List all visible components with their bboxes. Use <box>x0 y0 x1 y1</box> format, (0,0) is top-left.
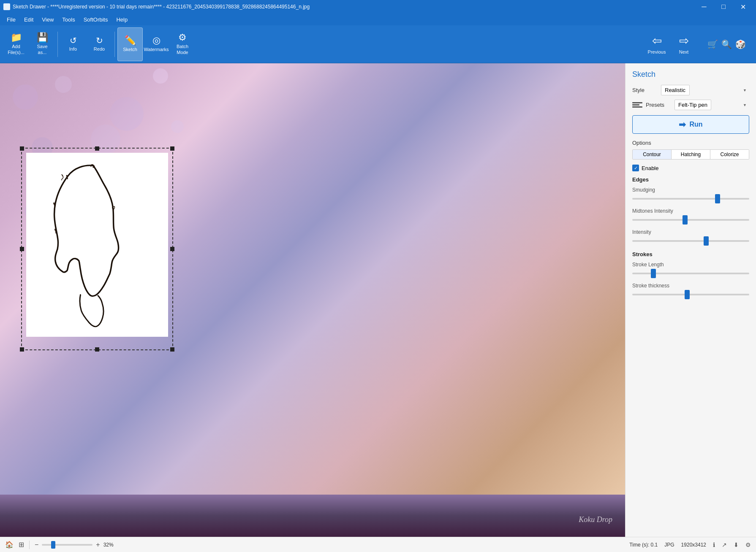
style-row: Style Realistic <box>632 85 749 95</box>
stroke-thickness-label: Stroke thickness <box>632 283 749 289</box>
main-content: Koku Drop Sketch Style Realistic Presets… <box>0 63 756 537</box>
tab-colorize[interactable]: Colorize <box>710 150 749 159</box>
menu-file[interactable]: File <box>3 16 19 24</box>
enable-row: ✓ Enable <box>632 165 749 171</box>
intensity-slider[interactable] <box>632 237 749 245</box>
app-icon <box>3 3 10 10</box>
menu-help[interactable]: Help <box>113 16 131 24</box>
smudging-label: Smudging <box>632 187 749 193</box>
settings-icon[interactable]: ⚙ <box>745 541 751 548</box>
info-icon[interactable]: ℹ <box>713 541 715 548</box>
next-label: Next <box>679 49 689 54</box>
panel-title: Sketch <box>632 70 749 79</box>
smudging-slider[interactable] <box>632 195 749 203</box>
undo-icon: ↺ <box>70 36 77 45</box>
watermarks-button[interactable]: ◎ Watermarks <box>144 27 169 61</box>
handle-mr[interactable] <box>170 247 174 251</box>
add-file-button[interactable]: 📁 AddFile(s)... <box>3 27 29 61</box>
menu-softorbits[interactable]: SoftOrbits <box>80 16 111 24</box>
handle-tm[interactable] <box>95 146 99 151</box>
menu-bar: File Edit View Tools SoftOrbits Help <box>0 14 756 25</box>
smudging-thumb[interactable] <box>715 194 720 203</box>
status-bar: 🏠 ⊞ − + 32% Time (s): 0.1 JPG 1920x3412 … <box>0 537 756 552</box>
minimize-button[interactable]: ─ <box>694 0 714 14</box>
window-title: Sketch Drawer - ****Unregistered version… <box>13 4 310 10</box>
status-home-icon[interactable]: 🏠 <box>5 541 14 549</box>
handle-br[interactable] <box>170 347 174 352</box>
intensity-thumb[interactable] <box>704 236 709 246</box>
presets-row: Presets Felt-Tip pen <box>632 100 749 110</box>
format-label: JPG <box>664 542 674 548</box>
maximize-button[interactable]: □ <box>714 0 733 14</box>
canvas-area[interactable]: Koku Drop <box>0 63 625 537</box>
handle-ml[interactable] <box>20 247 24 251</box>
selection-box[interactable] <box>21 148 173 350</box>
stroke-thickness-thumb[interactable] <box>685 290 690 299</box>
enable-label: Enable <box>642 165 658 171</box>
intensity-track-bg <box>632 240 749 242</box>
share-icon[interactable]: ↗ <box>722 541 727 548</box>
menu-edit[interactable]: Edit <box>21 16 37 24</box>
zoom-slider-track[interactable] <box>42 544 92 546</box>
status-grid-icon[interactable]: ⊞ <box>19 541 24 549</box>
stroke-length-slider[interactable] <box>632 269 749 278</box>
stroke-thickness-slider[interactable] <box>632 290 749 299</box>
redo-button[interactable]: ↻ Redo <box>87 27 112 61</box>
intensity-label: Intensity <box>632 229 749 235</box>
handle-bm[interactable] <box>95 347 99 352</box>
undo-label: Info <box>69 46 77 52</box>
handle-tr[interactable] <box>170 146 174 151</box>
previous-label: Previous <box>648 49 666 54</box>
sketch-label: Sketch <box>123 47 137 52</box>
watermarks-label: Watermarks <box>144 47 169 52</box>
title-bar-controls: ─ □ ✕ <box>694 0 753 14</box>
smudging-track-bg <box>632 198 749 200</box>
midtones-slider[interactable] <box>632 216 749 224</box>
bg-photo-bottom <box>0 495 625 537</box>
zoom-out-icon[interactable]: − <box>35 541 38 549</box>
run-label: Run <box>689 121 702 128</box>
midtones-track-bg <box>632 219 749 221</box>
midtones-thumb[interactable] <box>683 215 688 225</box>
stroke-length-thumb[interactable] <box>651 269 656 278</box>
title-bar-left: Sketch Drawer - ****Unregistered version… <box>3 3 310 10</box>
next-arrow-icon: ⇨ <box>679 34 689 48</box>
run-button[interactable]: ➡ Run <box>632 115 749 134</box>
presets-select[interactable]: Felt-Tip pen <box>674 100 711 110</box>
zoom-slider-thumb[interactable] <box>51 541 55 549</box>
search-icon[interactable]: 🔍 <box>721 39 732 49</box>
style-select-wrapper: Realistic <box>661 85 749 95</box>
save-as-button[interactable]: 💾 Saveas... <box>30 27 55 61</box>
cube-icon[interactable]: 🎲 <box>735 39 746 49</box>
image-canvas: Koku Drop <box>0 63 625 537</box>
batch-mode-button[interactable]: ⚙ BatchMode <box>170 27 195 61</box>
stroke-length-label: Stroke Length <box>632 262 749 268</box>
menu-view[interactable]: View <box>38 16 57 24</box>
handle-bl[interactable] <box>20 347 24 352</box>
add-file-label: AddFile(s)... <box>8 44 24 55</box>
sketch-button[interactable]: ✏️ Sketch <box>117 27 143 61</box>
toolbar-divider-2 <box>114 32 115 57</box>
next-button[interactable]: ⇨ Next <box>670 27 697 61</box>
cart-icon[interactable]: 🛒 <box>707 39 718 49</box>
zoom-in-icon[interactable]: + <box>96 541 100 549</box>
handle-tl[interactable] <box>20 146 24 151</box>
style-select[interactable]: Realistic <box>661 85 690 95</box>
edges-title: Edges <box>632 176 749 183</box>
toolbar-divider-1 <box>57 32 58 57</box>
nav-group: ⇦ Previous ⇨ Next <box>643 27 697 61</box>
batch-mode-icon: ⚙ <box>178 33 187 42</box>
undo-button[interactable]: ↺ Info <box>60 27 86 61</box>
close-button[interactable]: ✕ <box>733 0 753 14</box>
tab-hatching[interactable]: Hatching <box>672 150 710 159</box>
presets-icon <box>632 101 642 109</box>
enable-checkbox[interactable]: ✓ <box>632 165 639 171</box>
svg-point-3 <box>153 68 168 84</box>
menu-tools[interactable]: Tools <box>59 16 78 24</box>
sketch-result <box>26 153 168 337</box>
download-icon[interactable]: ⬇ <box>734 541 739 548</box>
previous-button[interactable]: ⇦ Previous <box>643 27 670 61</box>
svg-point-8 <box>171 120 184 133</box>
tab-contour[interactable]: Contour <box>633 150 672 159</box>
save-as-label: Saveas... <box>37 44 47 55</box>
